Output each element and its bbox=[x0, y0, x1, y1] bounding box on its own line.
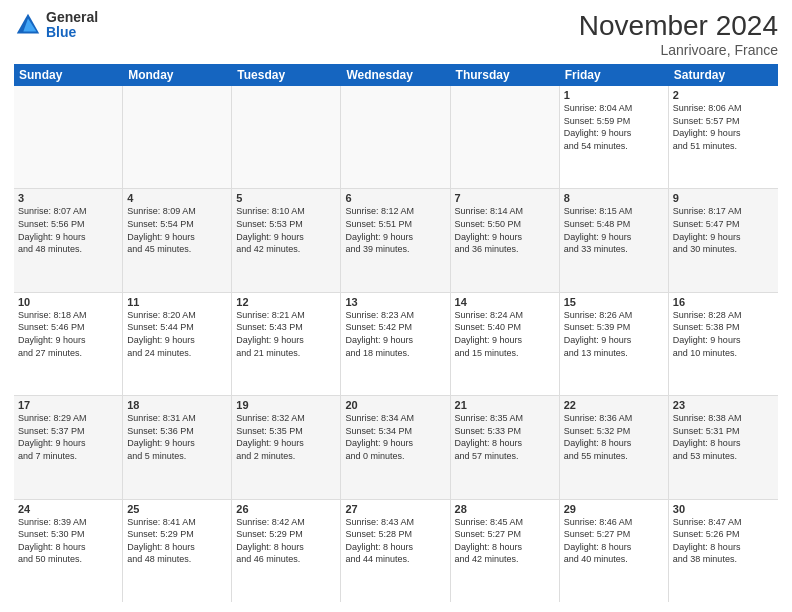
day-cell-27: 27Sunrise: 8:43 AM Sunset: 5:28 PM Dayli… bbox=[341, 500, 450, 602]
day-info: Sunrise: 8:47 AM Sunset: 5:26 PM Dayligh… bbox=[673, 516, 774, 566]
header-day-tuesday: Tuesday bbox=[232, 64, 341, 86]
day-number: 30 bbox=[673, 503, 774, 515]
day-info: Sunrise: 8:45 AM Sunset: 5:27 PM Dayligh… bbox=[455, 516, 555, 566]
day-info: Sunrise: 8:18 AM Sunset: 5:46 PM Dayligh… bbox=[18, 309, 118, 359]
day-cell-9: 9Sunrise: 8:17 AM Sunset: 5:47 PM Daylig… bbox=[669, 189, 778, 291]
day-cell-16: 16Sunrise: 8:28 AM Sunset: 5:38 PM Dayli… bbox=[669, 293, 778, 395]
day-number: 8 bbox=[564, 192, 664, 204]
day-info: Sunrise: 8:29 AM Sunset: 5:37 PM Dayligh… bbox=[18, 412, 118, 462]
day-number: 20 bbox=[345, 399, 445, 411]
day-cell-18: 18Sunrise: 8:31 AM Sunset: 5:36 PM Dayli… bbox=[123, 396, 232, 498]
day-number: 16 bbox=[673, 296, 774, 308]
day-number: 3 bbox=[18, 192, 118, 204]
day-number: 6 bbox=[345, 192, 445, 204]
day-cell-24: 24Sunrise: 8:39 AM Sunset: 5:30 PM Dayli… bbox=[14, 500, 123, 602]
empty-cell bbox=[451, 86, 560, 188]
day-number: 12 bbox=[236, 296, 336, 308]
day-info: Sunrise: 8:28 AM Sunset: 5:38 PM Dayligh… bbox=[673, 309, 774, 359]
calendar-row-3: 10Sunrise: 8:18 AM Sunset: 5:46 PM Dayli… bbox=[14, 293, 778, 396]
day-cell-20: 20Sunrise: 8:34 AM Sunset: 5:34 PM Dayli… bbox=[341, 396, 450, 498]
header-day-wednesday: Wednesday bbox=[341, 64, 450, 86]
logo-blue: Blue bbox=[46, 25, 98, 40]
day-cell-10: 10Sunrise: 8:18 AM Sunset: 5:46 PM Dayli… bbox=[14, 293, 123, 395]
day-info: Sunrise: 8:38 AM Sunset: 5:31 PM Dayligh… bbox=[673, 412, 774, 462]
day-cell-12: 12Sunrise: 8:21 AM Sunset: 5:43 PM Dayli… bbox=[232, 293, 341, 395]
day-number: 5 bbox=[236, 192, 336, 204]
day-number: 17 bbox=[18, 399, 118, 411]
day-info: Sunrise: 8:07 AM Sunset: 5:56 PM Dayligh… bbox=[18, 205, 118, 255]
day-cell-6: 6Sunrise: 8:12 AM Sunset: 5:51 PM Daylig… bbox=[341, 189, 450, 291]
day-number: 19 bbox=[236, 399, 336, 411]
day-cell-15: 15Sunrise: 8:26 AM Sunset: 5:39 PM Dayli… bbox=[560, 293, 669, 395]
main-title: November 2024 bbox=[579, 10, 778, 42]
day-info: Sunrise: 8:43 AM Sunset: 5:28 PM Dayligh… bbox=[345, 516, 445, 566]
day-number: 15 bbox=[564, 296, 664, 308]
day-cell-11: 11Sunrise: 8:20 AM Sunset: 5:44 PM Dayli… bbox=[123, 293, 232, 395]
header-day-thursday: Thursday bbox=[451, 64, 560, 86]
day-info: Sunrise: 8:04 AM Sunset: 5:59 PM Dayligh… bbox=[564, 102, 664, 152]
day-cell-8: 8Sunrise: 8:15 AM Sunset: 5:48 PM Daylig… bbox=[560, 189, 669, 291]
header-day-sunday: Sunday bbox=[14, 64, 123, 86]
logo-text: General Blue bbox=[46, 10, 98, 41]
day-cell-7: 7Sunrise: 8:14 AM Sunset: 5:50 PM Daylig… bbox=[451, 189, 560, 291]
day-info: Sunrise: 8:09 AM Sunset: 5:54 PM Dayligh… bbox=[127, 205, 227, 255]
header-day-friday: Friday bbox=[560, 64, 669, 86]
logo: General Blue bbox=[14, 10, 98, 41]
day-number: 14 bbox=[455, 296, 555, 308]
day-info: Sunrise: 8:41 AM Sunset: 5:29 PM Dayligh… bbox=[127, 516, 227, 566]
calendar-row-1: 1Sunrise: 8:04 AM Sunset: 5:59 PM Daylig… bbox=[14, 86, 778, 189]
day-number: 29 bbox=[564, 503, 664, 515]
empty-cell bbox=[14, 86, 123, 188]
empty-cell bbox=[123, 86, 232, 188]
calendar-body: 1Sunrise: 8:04 AM Sunset: 5:59 PM Daylig… bbox=[14, 86, 778, 602]
day-info: Sunrise: 8:31 AM Sunset: 5:36 PM Dayligh… bbox=[127, 412, 227, 462]
calendar-row-4: 17Sunrise: 8:29 AM Sunset: 5:37 PM Dayli… bbox=[14, 396, 778, 499]
header-day-monday: Monday bbox=[123, 64, 232, 86]
title-block: November 2024 Lanrivoare, France bbox=[579, 10, 778, 58]
day-info: Sunrise: 8:46 AM Sunset: 5:27 PM Dayligh… bbox=[564, 516, 664, 566]
day-info: Sunrise: 8:17 AM Sunset: 5:47 PM Dayligh… bbox=[673, 205, 774, 255]
header: General Blue November 2024 Lanrivoare, F… bbox=[14, 10, 778, 58]
day-info: Sunrise: 8:32 AM Sunset: 5:35 PM Dayligh… bbox=[236, 412, 336, 462]
day-number: 25 bbox=[127, 503, 227, 515]
day-cell-4: 4Sunrise: 8:09 AM Sunset: 5:54 PM Daylig… bbox=[123, 189, 232, 291]
empty-cell bbox=[232, 86, 341, 188]
day-cell-29: 29Sunrise: 8:46 AM Sunset: 5:27 PM Dayli… bbox=[560, 500, 669, 602]
day-cell-1: 1Sunrise: 8:04 AM Sunset: 5:59 PM Daylig… bbox=[560, 86, 669, 188]
day-number: 2 bbox=[673, 89, 774, 101]
day-cell-2: 2Sunrise: 8:06 AM Sunset: 5:57 PM Daylig… bbox=[669, 86, 778, 188]
day-cell-26: 26Sunrise: 8:42 AM Sunset: 5:29 PM Dayli… bbox=[232, 500, 341, 602]
day-cell-17: 17Sunrise: 8:29 AM Sunset: 5:37 PM Dayli… bbox=[14, 396, 123, 498]
day-cell-28: 28Sunrise: 8:45 AM Sunset: 5:27 PM Dayli… bbox=[451, 500, 560, 602]
day-number: 22 bbox=[564, 399, 664, 411]
day-number: 1 bbox=[564, 89, 664, 101]
page: General Blue November 2024 Lanrivoare, F… bbox=[0, 0, 792, 612]
calendar-header: SundayMondayTuesdayWednesdayThursdayFrid… bbox=[14, 64, 778, 86]
day-number: 28 bbox=[455, 503, 555, 515]
day-number: 4 bbox=[127, 192, 227, 204]
day-info: Sunrise: 8:15 AM Sunset: 5:48 PM Dayligh… bbox=[564, 205, 664, 255]
day-number: 27 bbox=[345, 503, 445, 515]
day-info: Sunrise: 8:34 AM Sunset: 5:34 PM Dayligh… bbox=[345, 412, 445, 462]
day-number: 7 bbox=[455, 192, 555, 204]
day-cell-23: 23Sunrise: 8:38 AM Sunset: 5:31 PM Dayli… bbox=[669, 396, 778, 498]
day-info: Sunrise: 8:20 AM Sunset: 5:44 PM Dayligh… bbox=[127, 309, 227, 359]
empty-cell bbox=[341, 86, 450, 188]
day-info: Sunrise: 8:14 AM Sunset: 5:50 PM Dayligh… bbox=[455, 205, 555, 255]
day-number: 13 bbox=[345, 296, 445, 308]
day-info: Sunrise: 8:26 AM Sunset: 5:39 PM Dayligh… bbox=[564, 309, 664, 359]
day-cell-30: 30Sunrise: 8:47 AM Sunset: 5:26 PM Dayli… bbox=[669, 500, 778, 602]
subtitle: Lanrivoare, France bbox=[579, 42, 778, 58]
day-number: 23 bbox=[673, 399, 774, 411]
day-info: Sunrise: 8:21 AM Sunset: 5:43 PM Dayligh… bbox=[236, 309, 336, 359]
day-cell-14: 14Sunrise: 8:24 AM Sunset: 5:40 PM Dayli… bbox=[451, 293, 560, 395]
calendar: SundayMondayTuesdayWednesdayThursdayFrid… bbox=[14, 64, 778, 602]
day-cell-19: 19Sunrise: 8:32 AM Sunset: 5:35 PM Dayli… bbox=[232, 396, 341, 498]
day-info: Sunrise: 8:06 AM Sunset: 5:57 PM Dayligh… bbox=[673, 102, 774, 152]
header-day-saturday: Saturday bbox=[669, 64, 778, 86]
calendar-row-5: 24Sunrise: 8:39 AM Sunset: 5:30 PM Dayli… bbox=[14, 500, 778, 602]
day-info: Sunrise: 8:36 AM Sunset: 5:32 PM Dayligh… bbox=[564, 412, 664, 462]
day-number: 11 bbox=[127, 296, 227, 308]
day-number: 21 bbox=[455, 399, 555, 411]
day-number: 10 bbox=[18, 296, 118, 308]
